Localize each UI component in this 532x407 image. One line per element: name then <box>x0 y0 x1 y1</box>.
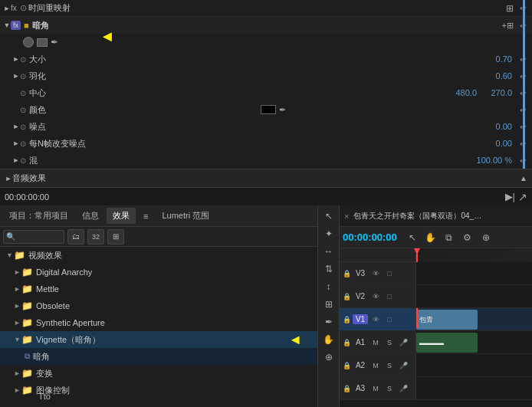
mettle-arrow: ► <box>14 285 21 293</box>
tab-lumetri[interactable]: Lumetri 范围 <box>156 208 215 224</box>
tab-project[interactable]: 项目：常用项目 <box>3 208 74 224</box>
track-v1-eye2[interactable]: □ <box>383 313 396 326</box>
noise-per-value[interactable]: 0.00 <box>481 139 512 148</box>
tl-hand-icon[interactable]: ✋ <box>423 230 438 245</box>
track-a2: 🔒 A2 M S 🎤 <box>340 354 532 377</box>
tree-item-vignette[interactable]: ▼ 📁 Vignette（暗角） ◄ <box>0 331 317 348</box>
track-a3-lock[interactable]: 🔒 <box>343 385 351 392</box>
tree-item-obsolete[interactable]: ► 📁 Obsolete <box>0 297 317 314</box>
search-box[interactable]: 🔍 <box>3 230 64 244</box>
track-v1-name: V1 <box>353 314 368 324</box>
track-a2-m[interactable]: M <box>369 359 382 372</box>
center-row: ⊙ 中心 480.0 270.0 ↩ <box>0 84 532 101</box>
slip-tool-btn[interactable]: ⊞ <box>321 297 337 312</box>
timeline-timecode[interactable]: 00:00:00:00 <box>343 231 397 243</box>
tl-cut-icon[interactable]: ⧉ <box>442 230 457 245</box>
tree-item-transform[interactable]: ► 📁 变换 <box>0 365 317 382</box>
tab-menu[interactable]: ≡ <box>137 209 154 223</box>
noise-arrow[interactable]: ► <box>12 123 20 130</box>
tree-item-video-effects[interactable]: ▼ 📁 视频效果 <box>0 247 317 264</box>
time-remap-expand[interactable]: ⊞ <box>506 3 514 14</box>
vignette-fx-row: ▼ fx ■ 暗角 ◄ +⊞ ↩ <box>0 17 532 34</box>
track-a3-s[interactable]: S <box>383 382 396 395</box>
center-value2[interactable]: 270.0 <box>481 88 512 97</box>
feather-arrow[interactable]: ► <box>12 72 20 80</box>
noise-per-row: ► ⊙ 每N帧改变噪点 0.00 ↩ <box>0 135 532 152</box>
track-select-btn[interactable]: ✦ <box>321 226 337 241</box>
center-value1[interactable]: 480.0 <box>446 88 477 97</box>
color-picker-icon[interactable]: ✒ <box>279 105 286 115</box>
track-v1-lock[interactable]: 🔒 <box>343 316 351 323</box>
grid-btn[interactable]: ⊞ <box>107 229 124 245</box>
new-bin-btn[interactable]: 🗂 <box>67 229 84 245</box>
a1-clip-label: ▬▬▬▬ <box>419 340 444 346</box>
color-swatch[interactable] <box>261 105 276 114</box>
feather-value[interactable]: 0.60 <box>481 71 512 80</box>
tree-item-digital-anarchy[interactable]: ► 📁 Digital Anarchy <box>0 264 317 281</box>
audio-collapse-icon[interactable]: ▲ <box>520 174 527 182</box>
hand-tool-btn[interactable]: ✋ <box>321 332 337 347</box>
track-a2-lock[interactable]: 🔒 <box>343 362 351 369</box>
tl-settings-icon[interactable]: ⚙ <box>460 230 475 245</box>
cursor-tool-btn[interactable]: ↖ <box>321 208 337 224</box>
rect-shape-icon[interactable] <box>37 38 48 47</box>
track-a1-mic[interactable]: 🎤 <box>397 336 409 349</box>
tab-effects[interactable]: 效果 <box>107 208 136 224</box>
razor-tool-btn[interactable]: ↕ <box>321 279 337 294</box>
vignette-arrow[interactable]: ▼ <box>3 21 11 29</box>
a1-clip[interactable]: ▬▬▬▬ <box>416 333 478 353</box>
track-v2-lock[interactable]: 🔒 <box>343 293 351 300</box>
tree-item-synthetic-aperture[interactable]: ► 📁 Synthetic Aperture <box>0 314 317 331</box>
track-v2-eye[interactable]: 👁 <box>369 290 382 303</box>
ripple-edit-btn[interactable]: ↔ <box>321 244 337 259</box>
track-a3-m[interactable]: M <box>369 382 382 395</box>
track-a2-controls: 🔒 A2 M S 🎤 <box>340 354 416 376</box>
tl-cursor-icon[interactable]: ↖ <box>405 230 420 245</box>
v1-clip[interactable]: 包青 <box>416 310 478 330</box>
synthetic-aperture-label: Synthetic Aperture <box>36 318 105 327</box>
track-v2-eye2[interactable]: □ <box>383 290 396 303</box>
close-timeline-btn[interactable]: × <box>344 212 349 221</box>
noise-per-arrow[interactable]: ► <box>12 139 20 147</box>
audio-expand-icon[interactable]: ► <box>5 175 12 182</box>
tree-item-mettle[interactable]: ► 📁 Mettle <box>0 281 317 297</box>
play-to-in-icon[interactable]: ▶| <box>505 191 515 202</box>
pen-tool-btn[interactable]: ✒ <box>321 314 337 330</box>
size-value[interactable]: 0.70 <box>481 54 512 64</box>
track-v1-eye[interactable]: 👁 <box>369 313 382 326</box>
pen-shape-icon[interactable]: ✒ <box>51 37 58 48</box>
track-v3-lock[interactable]: 🔒 <box>343 270 351 277</box>
size-label: 大小 <box>29 54 481 65</box>
mix-arrow[interactable]: ► <box>12 156 20 164</box>
zoom-tool-btn[interactable]: ⊕ <box>321 350 337 365</box>
track-v2-area <box>416 285 532 307</box>
track-a1-name: A1 <box>353 338 368 346</box>
time-remap-arrow[interactable]: ► <box>3 5 11 12</box>
track-v3-eye[interactable]: 👁 <box>369 268 382 280</box>
track-a1-lock[interactable]: 🔒 <box>343 339 351 346</box>
circle-shape-icon[interactable] <box>23 37 34 48</box>
noise-value[interactable]: 0.00 <box>481 122 512 131</box>
32-label: 32 <box>92 233 100 241</box>
tab-info[interactable]: 信息 <box>76 208 105 224</box>
track-a1-s[interactable]: S <box>383 336 396 349</box>
track-a2-s[interactable]: S <box>383 359 396 372</box>
center-stopwatch: ⊙ <box>20 89 26 97</box>
tl-extra-icon[interactable]: ⊕ <box>478 230 494 245</box>
track-v2-controls: 🔒 V2 👁 □ <box>340 285 416 307</box>
track-a3: 🔒 A3 M S 🎤 <box>340 377 532 400</box>
track-a2-mic[interactable]: 🎤 <box>397 359 409 372</box>
color-row: ⊙ 颜色 ✒ ↩ <box>0 101 532 118</box>
32-btn[interactable]: 32 <box>87 229 104 245</box>
export-icon[interactable]: ↗ <box>518 191 527 203</box>
track-a3-mic[interactable]: 🎤 <box>397 382 409 395</box>
rate-stretch-btn[interactable]: ⇅ <box>321 261 337 277</box>
mix-value[interactable]: 100.00 % <box>477 156 512 165</box>
noise-row: ► ⊙ 噪点 0.00 ↩ <box>0 118 532 135</box>
size-arrow[interactable]: ► <box>12 55 20 63</box>
track-v3-eye2[interactable]: □ <box>383 268 396 280</box>
feather-stopwatch: ⊙ <box>20 72 26 80</box>
track-a1-m[interactable]: M <box>369 336 382 349</box>
vignette-add-btn[interactable]: +⊞ <box>502 21 514 31</box>
tree-item-darkangle[interactable]: ⧉ 暗角 <box>0 348 317 365</box>
